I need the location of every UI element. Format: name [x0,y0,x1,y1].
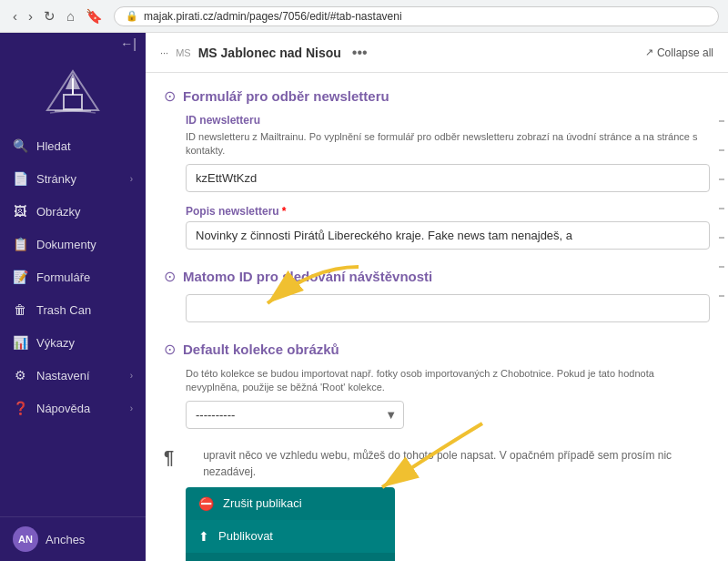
home-button[interactable]: ⌂ [63,6,78,26]
refresh-button[interactable]: ↻ [40,6,59,26]
sidebar-item-dokumenty[interactable]: 📋 Dokumenty [0,228,146,260]
matomo-toggle[interactable]: ⊙ [164,268,176,285]
publikovat-label: Publikovat [218,529,273,543]
bookmark-button[interactable]: 🔖 [82,6,106,26]
matomo-section: ⊙ Matomo ID pro sledování návštěvnosti [164,268,710,322]
newsletter-id-input[interactable] [186,164,710,192]
browser-chrome: ‹ › ↻ ⌂ 🔖 🔒 majak.pirati.cz/admin/pages/… [0,0,728,33]
ulozit-navrh-button[interactable]: 💾 Uložit návrh ▼ [186,553,395,561]
pages-icon: 📄 [13,171,27,186]
kolekce-toggle[interactable]: ⊙ [164,341,176,358]
sidebar-label-trash: Trash Can [36,303,91,317]
tick-2 [719,149,724,151]
yellow-arrow-matomo [258,258,368,331]
paragraph-section: ¶ upravit něco ve vzhledu webu, můžeš do… [164,447,710,561]
zrusit-label: Zrušit publikaci [223,496,302,510]
forward-button[interactable]: › [25,6,36,26]
address-text: majak.pirati.cz/admin/pages/7056/edit/#t… [144,10,402,23]
avatar-initials: AN [18,534,33,545]
content-area: ⊙ Formulář pro odběr newsletteru ID news… [146,73,728,561]
sidebar-item-obrazky[interactable]: 🖼 Obrázky [0,195,146,228]
svg-marker-3 [66,73,80,89]
newsletter-id-desc: ID newsletteru z Mailtrainu. Po vyplnění… [186,130,710,158]
tick-7 [719,295,724,297]
newsletter-popis-input[interactable] [186,221,710,250]
user-name: Anches [46,533,85,546]
yellow-arrow-publish [364,414,491,505]
avatar: AN [13,526,38,552]
publikovat-icon: ⬆ [198,529,209,544]
newsletter-section-title: Formulář pro odběr newsletteru [183,88,389,104]
sidebar: ←| 🔍 Hledat 📄 Stránky › 🖼 [0,33,146,561]
app-container: ←| 🔍 Hledat 📄 Stránky › 🖼 [0,33,728,561]
main-content: ··· MS MS Jablonec nad Nisou ••• ↗ Colla… [146,33,728,561]
tick-3 [719,178,724,180]
newsletter-section: ⊙ Formulář pro odběr newsletteru ID news… [164,87,710,250]
publikovat-button[interactable]: ⬆ Publikovat [186,520,395,553]
nav-buttons: ‹ › ↻ ⌂ 🔖 [9,6,106,26]
sidebar-nav: 🔍 Hledat 📄 Stránky › 🖼 Obrázky 📋 Dokumen… [0,129,146,516]
zrusit-icon: ⛔ [198,496,214,511]
matomo-section-header: ⊙ Matomo ID pro sledování návštěvnosti [164,268,710,285]
sidebar-item-formulare[interactable]: 📝 Formuláře [0,260,146,293]
back-button[interactable]: ‹ [9,6,21,26]
sidebar-label-vykazy: Výkazy [36,336,75,350]
napoveda-arrow-icon: › [130,403,133,413]
matomo-field [186,294,710,322]
newsletter-toggle[interactable]: ⊙ [164,87,176,105]
settings-icon: ⚙ [13,368,27,382]
sidebar-label-formulare: Formuláře [36,270,90,284]
collapse-sidebar-btn[interactable]: ←| [0,33,146,55]
tick-5 [719,237,724,239]
sidebar-label-nastaveni: Nastavení [36,369,90,382]
sidebar-label-obrazky: Obrázky [36,205,80,219]
newsletter-id-label: ID newsletteru [186,114,710,127]
lock-icon: 🔒 [126,10,138,22]
collapse-all-label: Collapse all [657,46,713,59]
tick-4 [719,208,724,209]
sidebar-item-vykazy[interactable]: 📊 Výkazy [0,326,146,359]
sidebar-item-trash[interactable]: 🗑 Trash Can [0,293,146,326]
newsletter-popis-label: Popis newsletteru * [186,205,710,218]
sidebar-item-stranky[interactable]: 📄 Stránky › [0,162,146,195]
newsletter-popis-field: Popis newsletteru * [186,205,710,250]
paragraph-marker: ¶ [164,447,174,468]
trash-icon: 🗑 [13,302,27,317]
sidebar-label-dokumenty: Dokumenty [36,238,96,251]
content-inner: ⊙ Formulář pro odběr newsletteru ID news… [146,73,728,561]
topbar-title: MS Jablonec nad Nisou [198,46,341,60]
required-star: * [282,205,287,218]
svg-rect-1 [64,95,82,109]
action-bar-container: ⛔ Zrušit publikaci ⬆ Publikovat 💾 Uložit… [164,487,710,561]
logo-svg [46,69,100,115]
sidebar-label-stranky: Stránky [36,172,76,186]
nastaveni-arrow-icon: › [130,371,133,381]
sidebar-item-hledat[interactable]: 🔍 Hledat [0,129,146,162]
collapse-all-icon: ↗ [645,46,653,58]
sidebar-footer: AN Anches [0,516,146,561]
address-bar[interactable]: 🔒 majak.pirati.cz/admin/pages/7056/edit/… [114,6,719,26]
newsletter-id-field: ID newsletteru ID newsletteru z Mailtrai… [186,114,710,192]
search-icon: 🔍 [13,138,27,153]
forms-icon: 📝 [13,270,27,284]
logo [0,55,146,129]
topbar-right: ↗ Collapse all [645,46,713,59]
tick-1 [719,120,724,122]
kolekce-desc: Do této kolekce se budou importovat např… [186,367,710,395]
sidebar-item-napoveda[interactable]: ❓ Nápověda › [0,392,146,424]
images-icon: 🖼 [13,204,27,219]
topbar-more-button[interactable]: ••• [352,45,368,61]
collapse-icon[interactable]: ←| [120,36,136,51]
newsletter-section-header: ⊙ Formulář pro odběr newsletteru [164,87,710,105]
right-scrollbar-ticks [715,113,728,304]
stranky-arrow-icon: › [130,174,133,184]
sidebar-label-napoveda: Nápověda [36,402,90,415]
breadcrumb-dots[interactable]: ··· [160,47,168,58]
documents-icon: 📋 [13,237,27,251]
tick-6 [719,266,724,268]
help-icon: ❓ [13,401,27,415]
sidebar-item-nastaveni[interactable]: ⚙ Nastavení › [0,359,146,392]
kolekce-section-header: ⊙ Default kolekce obrázků [164,341,710,358]
reports-icon: 📊 [13,335,27,350]
collapse-all-button[interactable]: ↗ Collapse all [645,46,713,59]
